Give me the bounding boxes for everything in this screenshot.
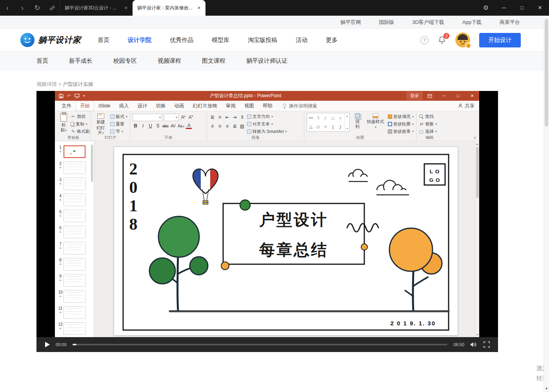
columns-button[interactable]: ▤ — [239, 123, 245, 129]
align-right-button[interactable]: ≡ — [224, 123, 230, 129]
tab-close-icon[interactable]: ✕ — [124, 5, 128, 11]
arrange-button[interactable]: 排列 — [352, 113, 363, 129]
forward-icon[interactable]: › — [15, 0, 30, 16]
select-button[interactable]: ▢选择▾ — [419, 128, 440, 135]
subnav-graphic-courses[interactable]: 图文课程 — [202, 57, 225, 65]
ppt-tab-islide[interactable]: iSlide — [94, 102, 115, 110]
nav-taobao-submission[interactable]: 淘宝版投稿 — [248, 36, 277, 44]
shapes-scroll[interactable]: ▴▾ — [345, 114, 349, 131]
shrink-font-button[interactable]: A▾ — [188, 114, 194, 120]
reload-icon[interactable]: ↻ — [30, 0, 45, 16]
nav-design-academy[interactable]: 设计学院 — [128, 36, 151, 44]
slide-thumbnail-2[interactable]: 2★ — [57, 162, 94, 174]
browser-tab-1[interactable]: 躺平设计家3D云设计 - ... ✕ — [60, 0, 133, 16]
utility-link-3d-client[interactable]: 3D客户端下载 — [412, 19, 444, 26]
ppt-vertical-scrollbar[interactable]: ▴ ▾ — [475, 142, 479, 337]
browser-tab-2-active[interactable]: 躺平设计家 - 室内装修效... ✕ — [133, 0, 205, 16]
tab-close-icon[interactable]: ✕ — [197, 5, 201, 11]
slide-thumbnail-panel[interactable]: 1★ 2★ 3★ 4★ 5★ — [55, 142, 94, 337]
nav-best-works[interactable]: 优秀作品 — [170, 36, 193, 44]
align-text-button[interactable]: 对齐文本▾ — [247, 120, 287, 127]
ppt-login-button[interactable]: 登录 — [406, 92, 423, 100]
ribbon-display-options-icon[interactable] — [423, 91, 437, 101]
page-scroll-down-icon[interactable]: ▾ — [544, 387, 549, 390]
slide-thumbnail-8[interactable]: 8★ — [57, 258, 94, 270]
layout-button[interactable]: 版式▾ — [110, 113, 127, 120]
format-painter-button[interactable]: ✎格式刷 — [71, 128, 90, 135]
cut-button[interactable]: ✂剪切 — [71, 113, 90, 120]
page-scrollbar[interactable]: ▾ — [544, 16, 549, 392]
ppt-tab-animations[interactable]: 动画 — [170, 101, 189, 111]
slide-thumbnail-12[interactable]: 12★ — [57, 322, 94, 335]
help-icon[interactable]: ? — [420, 36, 429, 44]
thumbnail-scrollbar[interactable] — [91, 145, 93, 182]
subnav-campus-zone[interactable]: 校园专区 — [113, 57, 137, 65]
italic-button[interactable]: I — [140, 123, 146, 129]
slide-thumbnail-1[interactable]: 1★ — [57, 145, 94, 158]
ppt-minimize-button[interactable]: ─ — [437, 91, 451, 101]
scroll-down-icon[interactable]: ▾ — [476, 333, 478, 336]
justify-button[interactable]: ≣ — [232, 123, 238, 129]
notification-bell[interactable]: 3 — [438, 36, 446, 44]
scroll-up-icon[interactable]: ▴ — [476, 142, 478, 146]
ppt-tab-slideshow[interactable]: 幻灯片放映 — [189, 101, 222, 111]
text-shadow-button[interactable]: S — [155, 123, 161, 129]
back-icon[interactable]: ‹ — [0, 0, 15, 16]
start-design-button[interactable]: 开始设计 — [479, 33, 521, 47]
section-button[interactable]: 节▾ — [110, 128, 127, 135]
font-color-button[interactable]: A — [186, 123, 192, 129]
find-button[interactable]: 查找 — [419, 113, 440, 120]
align-center-button[interactable]: ≡ — [217, 123, 223, 129]
bullets-button[interactable]: ≣ — [209, 114, 215, 120]
scrollbar-thumb[interactable] — [476, 147, 479, 198]
change-case-button[interactable]: Aa▾ — [178, 124, 184, 128]
nav-more[interactable]: 更多 — [326, 36, 338, 44]
collapse-ribbon-icon[interactable]: ∧ — [473, 136, 476, 140]
ppt-tab-review[interactable]: 审阅 — [222, 101, 240, 111]
smartart-button[interactable]: 转换为 SmartArt▾ — [247, 128, 287, 135]
shapes-gallery[interactable]: ▭ ∖ ∕ □ ○ △ ◇ ☆ { } ▴▾ — [307, 113, 350, 132]
page-scrollbar-thumb[interactable] — [545, 19, 548, 127]
user-avatar[interactable] — [455, 33, 470, 47]
paste-button[interactable]: 粘贴▾ — [59, 113, 69, 132]
subnav-designer-certification[interactable]: 躺平设计师认证 — [246, 57, 287, 65]
reset-button[interactable]: 重置 — [110, 120, 127, 127]
ppt-tab-file[interactable]: 文件 — [57, 101, 76, 111]
slide-thumbnail-10[interactable]: 10★ — [57, 290, 94, 303]
ppt-tab-insert[interactable]: 插入 — [115, 101, 133, 111]
undo-icon[interactable]: ↶ — [67, 93, 71, 99]
increase-indent-button[interactable]: ⇥ — [232, 114, 238, 120]
slide-thumbnail-9[interactable]: 9★ — [57, 274, 94, 287]
shape-effects-button[interactable]: 形状效果▾ — [388, 128, 414, 135]
slide-thumbnail-4[interactable]: 4★ — [57, 194, 94, 206]
utility-link-international[interactable]: 国际版 — [379, 19, 394, 26]
new-slide-button[interactable]: 新建 幻灯片▾ — [93, 113, 108, 136]
text-direction-button[interactable]: 文字方向▾ — [247, 113, 287, 120]
ppt-tab-transitions[interactable]: 切换 — [152, 101, 170, 111]
subnav-beginner-growth[interactable]: 新手成长 — [69, 57, 93, 65]
volume-icon[interactable] — [470, 341, 477, 348]
slide-thumbnail-11[interactable]: 11★ — [57, 306, 94, 319]
ppt-tab-help[interactable]: 帮助 — [258, 101, 277, 111]
subnav-home[interactable]: 首页 — [36, 57, 48, 65]
nav-home[interactable]: 首页 — [98, 36, 109, 44]
decrease-indent-button[interactable]: ⇤ — [224, 114, 230, 120]
window-minimize-button[interactable]: ─ — [495, 0, 513, 16]
font-size-select[interactable]: ▾ — [164, 114, 179, 121]
video-player[interactable]: ↶ ▾ 户型设计章总结.pptx - PowerPoint 登录 ─ □ ✕ 文… — [36, 91, 498, 352]
align-left-button[interactable]: ≡ — [209, 123, 215, 129]
ppt-tab-view[interactable]: 视图 — [240, 101, 258, 111]
breadcrumb-section[interactable]: 视频详情 — [36, 81, 57, 87]
link-icon[interactable] — [45, 5, 60, 11]
replace-button[interactable]: ⇄替换▾ — [419, 120, 440, 127]
utility-link-official[interactable]: 躺平官网 — [340, 19, 361, 26]
settings-gear-icon[interactable]: ⚙ — [477, 0, 495, 16]
character-spacing-button[interactable]: AV — [170, 124, 176, 128]
slide-thumbnail-6[interactable]: 6★ — [57, 226, 94, 238]
utility-link-merchant[interactable]: 商家平台 — [500, 19, 520, 26]
window-maximize-button[interactable]: □ — [513, 0, 531, 16]
play-button[interactable] — [45, 342, 50, 347]
slide-thumbnail-7[interactable]: 7★ — [57, 242, 94, 254]
bold-button[interactable]: B — [133, 123, 138, 129]
copy-button[interactable]: 复制▾ — [71, 120, 90, 127]
